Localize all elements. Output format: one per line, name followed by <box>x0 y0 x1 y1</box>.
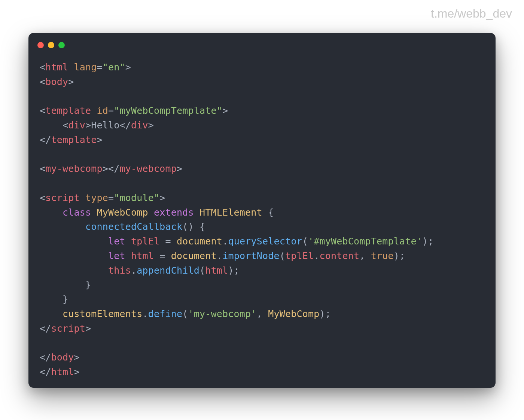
paren: ( <box>302 236 308 247</box>
paren: ) <box>422 236 428 247</box>
indent <box>40 294 63 305</box>
var-tplel: tplEl <box>131 236 159 247</box>
bracket: > <box>97 134 103 145</box>
indent <box>40 279 85 290</box>
bracket: > <box>159 192 165 203</box>
equals: = <box>165 236 171 247</box>
bracket: < <box>40 163 45 174</box>
code-line: <template id="myWebCompTemplate"> <box>40 105 228 116</box>
keyword-extends: extends <box>154 207 194 218</box>
code-line: </script> <box>40 323 91 334</box>
var-html: html <box>131 250 154 261</box>
space <box>68 62 74 73</box>
code-line: <div>Hello</div> <box>40 120 154 131</box>
paren: ) <box>394 250 399 261</box>
space <box>80 192 85 203</box>
bracket: < <box>40 76 45 87</box>
code-line: let tplEl = document.querySelector('#myW… <box>40 236 434 247</box>
equals: = <box>159 250 165 261</box>
attr-type: type <box>85 192 108 203</box>
window-titlebar <box>28 33 496 48</box>
tag-script: script <box>45 192 80 203</box>
equals: = <box>108 105 114 116</box>
tag-html: html <box>45 62 68 73</box>
comma: , <box>359 250 365 261</box>
string-en: "en" <box>103 62 125 73</box>
parens: () <box>182 221 194 232</box>
semicolon: ; <box>399 250 405 261</box>
tag-body: body <box>51 352 74 363</box>
function-name: connectedCallback <box>85 221 182 232</box>
bracket: < <box>63 120 68 131</box>
brace: } <box>63 294 68 305</box>
text-hello: Hello <box>91 120 119 131</box>
paren: ( <box>280 250 285 261</box>
paren: ) <box>228 265 234 276</box>
tag-html: html <box>51 366 74 377</box>
space <box>154 250 159 261</box>
bracket: > <box>177 163 182 174</box>
space <box>194 207 199 218</box>
code-line: connectedCallback() { <box>40 221 205 232</box>
space <box>262 308 268 319</box>
brace: } <box>85 279 91 290</box>
code-line: } <box>40 294 68 305</box>
bracket: > <box>103 163 108 174</box>
code-line: <script type="module"> <box>40 192 165 203</box>
code-line: </template> <box>40 134 103 145</box>
string-compname: 'my-webcomp' <box>188 308 257 319</box>
code-line: <html lang="en"> <box>40 62 131 73</box>
keyword-let: let <box>108 236 125 247</box>
keyword-let: let <box>108 250 125 261</box>
attr-id: id <box>97 105 109 116</box>
watermark-link[interactable]: t.me/webb_dev <box>431 7 512 21</box>
code-window: <html lang="en"> <body> <template id="my… <box>28 33 496 388</box>
indent <box>40 221 85 232</box>
bracket: </ <box>108 163 120 174</box>
bracket: > <box>68 76 74 87</box>
tag-body: body <box>45 76 68 87</box>
indent <box>40 308 63 319</box>
minimize-icon[interactable] <box>48 42 54 48</box>
tag-template: template <box>51 134 97 145</box>
brace: { <box>268 207 274 218</box>
paren: ) <box>319 308 325 319</box>
space <box>262 207 268 218</box>
bracket: </ <box>40 352 51 363</box>
prop-content: content <box>319 250 359 261</box>
code-line: </html> <box>40 366 80 377</box>
space <box>91 207 97 218</box>
tag-my-webcomp: my-webcomp <box>45 163 103 174</box>
indent <box>40 120 63 131</box>
close-icon[interactable] <box>37 42 44 48</box>
space <box>125 236 131 247</box>
space <box>159 236 165 247</box>
bool-true: true <box>371 250 394 261</box>
bracket: </ <box>40 134 51 145</box>
bracket: > <box>74 352 80 363</box>
semicolon: ; <box>325 308 331 319</box>
tag-template: template <box>45 105 91 116</box>
bracket: > <box>85 323 91 334</box>
tag-div: div <box>68 120 85 131</box>
bracket: < <box>40 105 45 116</box>
function-queryselector: querySelector <box>228 236 302 247</box>
code-line: let html = document.importNode(tplEl.con… <box>40 250 405 261</box>
function-importnode: importNode <box>222 250 280 261</box>
dot: . <box>143 308 148 319</box>
code-line: } <box>40 279 91 290</box>
dot: . <box>217 250 222 261</box>
bracket: </ <box>40 366 51 377</box>
maximize-icon[interactable] <box>58 42 65 48</box>
function-define: define <box>148 308 183 319</box>
paren: ( <box>199 265 205 276</box>
code-block: <html lang="en"> <body> <template id="my… <box>28 48 496 388</box>
dot: . <box>222 236 228 247</box>
object-document: document <box>177 236 222 247</box>
var-tplel: tplEl <box>285 250 314 261</box>
attr-lang: lang <box>74 62 97 73</box>
function-appendchild: appendChild <box>137 265 199 276</box>
code-line: customElements.define('my-webcomp', MyWe… <box>40 308 331 319</box>
object-customelements: customElements <box>63 308 143 319</box>
equals: = <box>108 192 114 203</box>
